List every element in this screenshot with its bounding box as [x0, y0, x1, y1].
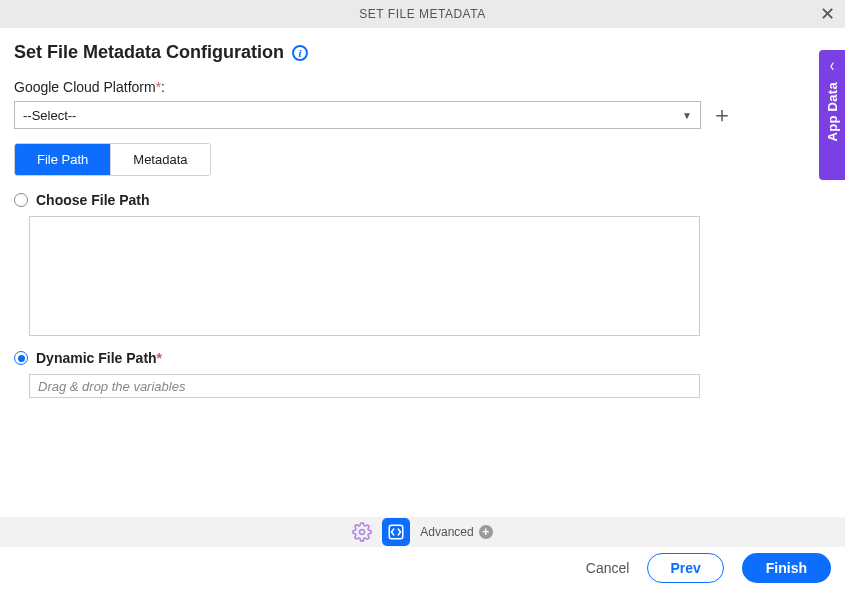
page-title: Set File Metadata Configuration	[14, 42, 284, 63]
gcp-select-row: --Select-- ▼ ＋	[14, 101, 831, 129]
advanced-link[interactable]: Advanced +	[420, 525, 492, 539]
dialog-title: SET FILE METADATA	[359, 7, 485, 21]
app-data-label: App Data	[825, 82, 840, 141]
dynamic-file-path-label-text: Dynamic File Path	[36, 350, 157, 366]
dialog-header: SET FILE METADATA ✕	[0, 0, 845, 28]
bottom-toolbar: Advanced +	[0, 517, 845, 547]
close-icon[interactable]: ✕	[820, 5, 835, 23]
chevron-down-icon: ▼	[682, 110, 692, 121]
content-area: Set File Metadata Configuration i Google…	[0, 28, 845, 517]
tab-metadata[interactable]: Metadata	[110, 144, 209, 175]
app-data-side-tab[interactable]: ‹ App Data	[819, 50, 845, 180]
prev-button[interactable]: Prev	[647, 553, 723, 583]
dynamic-file-path-label: Dynamic File Path*	[36, 350, 162, 366]
dynamic-file-path-radio[interactable]	[14, 351, 28, 365]
gcp-select[interactable]: --Select-- ▼	[14, 101, 701, 129]
required-mark: *	[157, 350, 162, 366]
section-title-row: Set File Metadata Configuration i	[14, 42, 831, 63]
choose-file-path-row: Choose File Path	[14, 192, 831, 208]
footer: Cancel Prev Finish	[0, 547, 845, 589]
plus-circle-icon: +	[479, 525, 493, 539]
script-icon[interactable]	[382, 518, 410, 546]
gcp-label: Google Cloud Platform*:	[14, 79, 831, 95]
advanced-label: Advanced	[420, 525, 473, 539]
gear-icon[interactable]	[352, 522, 372, 542]
dynamic-file-path-row: Dynamic File Path*	[14, 350, 831, 366]
cancel-button[interactable]: Cancel	[586, 560, 630, 576]
gcp-select-value: --Select--	[23, 108, 76, 123]
finish-button[interactable]: Finish	[742, 553, 831, 583]
svg-point-0	[360, 530, 365, 535]
choose-file-path-box[interactable]	[29, 216, 700, 336]
choose-file-path-label: Choose File Path	[36, 192, 150, 208]
chevron-left-icon: ‹	[830, 56, 834, 74]
dynamic-file-path-input[interactable]: Drag & drop the variables	[29, 374, 700, 398]
tabs: File Path Metadata	[14, 143, 211, 176]
choose-file-path-radio[interactable]	[14, 193, 28, 207]
gcp-label-text: Google Cloud Platform	[14, 79, 156, 95]
dynamic-file-path-placeholder: Drag & drop the variables	[38, 379, 185, 394]
gcp-colon: :	[161, 79, 165, 95]
tab-file-path[interactable]: File Path	[15, 144, 110, 175]
info-icon[interactable]: i	[292, 45, 308, 61]
add-connection-icon[interactable]: ＋	[711, 104, 733, 126]
